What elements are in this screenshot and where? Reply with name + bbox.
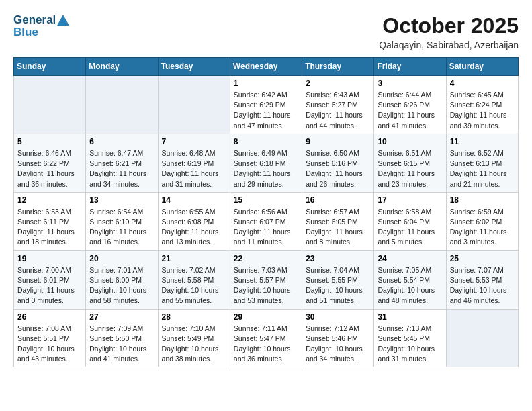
calendar-cell: 1Sunrise: 6:42 AMSunset: 6:29 PMDaylight… bbox=[230, 76, 302, 134]
day-info: Sunrise: 6:48 AMSunset: 6:19 PMDaylight:… bbox=[162, 148, 226, 189]
calendar-cell bbox=[86, 76, 158, 134]
day-number: 7 bbox=[162, 137, 226, 146]
calendar-cell: 19Sunrise: 7:00 AMSunset: 6:01 PMDayligh… bbox=[14, 250, 86, 309]
day-number: 21 bbox=[162, 254, 226, 263]
calendar-week-row: 1Sunrise: 6:42 AMSunset: 6:29 PMDaylight… bbox=[14, 76, 519, 134]
day-number: 24 bbox=[378, 254, 442, 263]
day-number: 1 bbox=[234, 79, 298, 88]
day-info: Sunrise: 7:01 AMSunset: 6:00 PMDaylight:… bbox=[89, 265, 154, 306]
day-number: 12 bbox=[17, 195, 82, 205]
calendar-cell: 20Sunrise: 7:01 AMSunset: 6:00 PMDayligh… bbox=[86, 250, 158, 309]
day-info: Sunrise: 7:12 AMSunset: 5:46 PMDaylight:… bbox=[306, 324, 370, 365]
day-number: 28 bbox=[162, 312, 226, 322]
col-header-wednesday: Wednesday bbox=[230, 58, 302, 76]
calendar-cell: 13Sunrise: 6:54 AMSunset: 6:10 PMDayligh… bbox=[86, 192, 158, 250]
calendar-header-row: SundayMondayTuesdayWednesdayThursdayFrid… bbox=[14, 58, 519, 76]
day-number: 6 bbox=[89, 137, 154, 146]
day-info: Sunrise: 7:05 AMSunset: 5:54 PMDaylight:… bbox=[378, 265, 442, 306]
day-number: 13 bbox=[89, 195, 154, 205]
calendar-cell: 14Sunrise: 6:55 AMSunset: 6:08 PMDayligh… bbox=[158, 192, 230, 250]
day-info: Sunrise: 7:02 AMSunset: 5:58 PMDaylight:… bbox=[162, 265, 226, 306]
calendar-cell: 26Sunrise: 7:08 AMSunset: 5:51 PMDayligh… bbox=[14, 309, 86, 367]
calendar-cell: 11Sunrise: 6:52 AMSunset: 6:13 PMDayligh… bbox=[446, 134, 518, 192]
calendar-cell: 7Sunrise: 6:48 AMSunset: 6:19 PMDaylight… bbox=[158, 134, 230, 192]
col-header-saturday: Saturday bbox=[446, 58, 518, 76]
day-info: Sunrise: 6:46 AMSunset: 6:22 PMDaylight:… bbox=[17, 148, 82, 189]
day-info: Sunrise: 6:50 AMSunset: 6:16 PMDaylight:… bbox=[306, 148, 370, 189]
day-number: 10 bbox=[378, 137, 442, 146]
calendar-cell: 28Sunrise: 7:10 AMSunset: 5:49 PMDayligh… bbox=[158, 309, 230, 367]
month-title: October 2025 bbox=[379, 13, 519, 38]
day-number: 2 bbox=[306, 79, 370, 88]
calendar-cell: 15Sunrise: 6:56 AMSunset: 6:07 PMDayligh… bbox=[230, 192, 302, 250]
calendar-cell: 22Sunrise: 7:03 AMSunset: 5:57 PMDayligh… bbox=[230, 250, 302, 309]
day-info: Sunrise: 7:10 AMSunset: 5:49 PMDaylight:… bbox=[162, 324, 226, 365]
day-info: Sunrise: 7:04 AMSunset: 5:55 PMDaylight:… bbox=[306, 265, 370, 306]
col-header-tuesday: Tuesday bbox=[158, 58, 230, 76]
day-info: Sunrise: 6:55 AMSunset: 6:08 PMDaylight:… bbox=[162, 207, 226, 248]
day-number: 17 bbox=[378, 195, 442, 205]
calendar-cell: 6Sunrise: 6:47 AMSunset: 6:21 PMDaylight… bbox=[86, 134, 158, 192]
day-number: 30 bbox=[306, 312, 370, 322]
calendar-cell: 24Sunrise: 7:05 AMSunset: 5:54 PMDayligh… bbox=[374, 250, 446, 309]
calendar-cell: 17Sunrise: 6:58 AMSunset: 6:04 PMDayligh… bbox=[374, 192, 446, 250]
day-number: 29 bbox=[234, 312, 298, 322]
day-number: 14 bbox=[162, 195, 226, 205]
day-info: Sunrise: 7:03 AMSunset: 5:57 PMDaylight:… bbox=[234, 265, 298, 306]
calendar-cell: 3Sunrise: 6:44 AMSunset: 6:26 PMDaylight… bbox=[374, 76, 446, 134]
day-info: Sunrise: 6:57 AMSunset: 6:05 PMDaylight:… bbox=[306, 207, 370, 248]
day-info: Sunrise: 6:56 AMSunset: 6:07 PMDaylight:… bbox=[234, 207, 298, 248]
calendar-cell: 9Sunrise: 6:50 AMSunset: 6:16 PMDaylight… bbox=[302, 134, 374, 192]
day-info: Sunrise: 6:59 AMSunset: 6:02 PMDaylight:… bbox=[450, 207, 515, 248]
calendar-cell bbox=[158, 76, 230, 134]
day-number: 16 bbox=[306, 195, 370, 205]
calendar-cell: 8Sunrise: 6:49 AMSunset: 6:18 PMDaylight… bbox=[230, 134, 302, 192]
calendar-cell: 18Sunrise: 6:59 AMSunset: 6:02 PMDayligh… bbox=[446, 192, 518, 250]
day-info: Sunrise: 6:44 AMSunset: 6:26 PMDaylight:… bbox=[378, 90, 442, 131]
calendar-table: SundayMondayTuesdayWednesdayThursdayFrid… bbox=[13, 57, 519, 367]
calendar-week-row: 19Sunrise: 7:00 AMSunset: 6:01 PMDayligh… bbox=[14, 250, 519, 309]
day-number: 20 bbox=[89, 254, 154, 263]
day-info: Sunrise: 6:51 AMSunset: 6:15 PMDaylight:… bbox=[378, 148, 442, 189]
day-info: Sunrise: 6:47 AMSunset: 6:21 PMDaylight:… bbox=[89, 148, 154, 189]
day-number: 18 bbox=[450, 195, 515, 205]
day-number: 23 bbox=[306, 254, 370, 263]
calendar-cell bbox=[14, 76, 86, 134]
calendar-cell: 5Sunrise: 6:46 AMSunset: 6:22 PMDaylight… bbox=[14, 134, 86, 192]
day-number: 19 bbox=[17, 254, 82, 263]
calendar-cell bbox=[446, 309, 518, 367]
day-info: Sunrise: 6:58 AMSunset: 6:04 PMDaylight:… bbox=[378, 207, 442, 248]
calendar-cell: 2Sunrise: 6:43 AMSunset: 6:27 PMDaylight… bbox=[302, 76, 374, 134]
calendar-cell: 31Sunrise: 7:13 AMSunset: 5:45 PMDayligh… bbox=[374, 309, 446, 367]
day-info: Sunrise: 7:08 AMSunset: 5:51 PMDaylight:… bbox=[17, 324, 82, 365]
day-info: Sunrise: 6:42 AMSunset: 6:29 PMDaylight:… bbox=[234, 90, 298, 131]
day-info: Sunrise: 6:52 AMSunset: 6:13 PMDaylight:… bbox=[450, 148, 515, 189]
title-section: October 2025 Qalaqayin, Sabirabad, Azerb… bbox=[379, 13, 519, 50]
day-info: Sunrise: 6:49 AMSunset: 6:18 PMDaylight:… bbox=[234, 148, 298, 189]
logo-blue-text: Blue bbox=[13, 26, 69, 39]
day-number: 31 bbox=[378, 312, 442, 322]
calendar-cell: 23Sunrise: 7:04 AMSunset: 5:55 PMDayligh… bbox=[302, 250, 374, 309]
day-info: Sunrise: 7:00 AMSunset: 6:01 PMDaylight:… bbox=[17, 265, 82, 306]
col-header-friday: Friday bbox=[374, 58, 446, 76]
day-info: Sunrise: 6:53 AMSunset: 6:11 PMDaylight:… bbox=[17, 207, 82, 248]
day-number: 3 bbox=[378, 79, 442, 88]
day-info: Sunrise: 7:13 AMSunset: 5:45 PMDaylight:… bbox=[378, 324, 442, 365]
day-number: 9 bbox=[306, 137, 370, 146]
calendar-cell: 21Sunrise: 7:02 AMSunset: 5:58 PMDayligh… bbox=[158, 250, 230, 309]
day-number: 5 bbox=[17, 137, 82, 146]
day-info: Sunrise: 6:45 AMSunset: 6:24 PMDaylight:… bbox=[450, 90, 515, 131]
col-header-monday: Monday bbox=[86, 58, 158, 76]
page: General Blue October 2025 Qalaqayin, Sab… bbox=[0, 0, 532, 374]
day-number: 8 bbox=[234, 137, 298, 146]
calendar-cell: 10Sunrise: 6:51 AMSunset: 6:15 PMDayligh… bbox=[374, 134, 446, 192]
day-info: Sunrise: 7:11 AMSunset: 5:47 PMDaylight:… bbox=[234, 324, 298, 365]
day-number: 26 bbox=[17, 312, 82, 322]
calendar-cell: 25Sunrise: 7:07 AMSunset: 5:53 PMDayligh… bbox=[446, 250, 518, 309]
col-header-sunday: Sunday bbox=[14, 58, 86, 76]
logo-triangle-icon bbox=[57, 15, 69, 26]
day-number: 15 bbox=[234, 195, 298, 205]
day-number: 22 bbox=[234, 254, 298, 263]
calendar-cell: 16Sunrise: 6:57 AMSunset: 6:05 PMDayligh… bbox=[302, 192, 374, 250]
day-number: 27 bbox=[89, 312, 154, 322]
